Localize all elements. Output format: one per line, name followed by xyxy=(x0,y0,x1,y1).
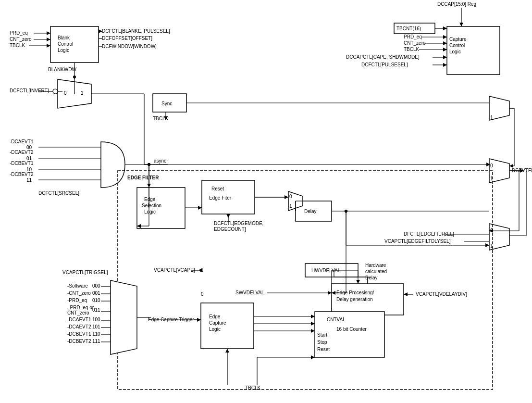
dcbevt1-label: -DCBEVT1 xyxy=(10,161,34,166)
code11: 11 xyxy=(26,177,32,183)
dcfctl-edgecount-label: EDGECOUNT] xyxy=(214,227,246,232)
svg-marker-13 xyxy=(443,63,447,67)
capture-control-label2: Control xyxy=(449,43,465,48)
cap-tbclk: TBCLK xyxy=(404,47,420,52)
counter-label: 16 bit Counter xyxy=(336,327,367,332)
dcfctl-srcsel-label: DCFCTL[SRCSEL] xyxy=(38,190,79,196)
right-mux-top-1: 1 xyxy=(490,115,493,120)
dcfctl-edgemode-label: DCFCTL[EDGEMODE, xyxy=(214,221,263,226)
svg-marker-5 xyxy=(443,35,447,39)
prdeq-cntzero-label: _PRD_eq or xyxy=(67,305,94,310)
svg-marker-76 xyxy=(356,280,360,284)
vcape-dot xyxy=(199,269,202,272)
blankwdw-label: BLANKWDW xyxy=(48,67,76,72)
edge-fiter-label1: Reset xyxy=(211,186,224,191)
edge-filter-label: EDGE FILTER xyxy=(127,175,159,180)
code001: 001 xyxy=(92,290,100,296)
mux-1-label: 1 xyxy=(81,90,84,96)
mux-0-label: 0 xyxy=(64,90,67,96)
svg-marker-106 xyxy=(285,195,288,199)
dcbevt2-trig-label: -DCBEVT2 xyxy=(67,339,91,344)
tbcnt-label: TBCNT(16) xyxy=(396,26,421,31)
svg-marker-47 xyxy=(509,164,513,168)
svg-marker-80 xyxy=(311,322,315,326)
capture-control-label: Capture xyxy=(449,37,467,42)
edge-capture-block xyxy=(201,303,254,349)
dcfctl-blanke-label: DCFCTL[BLANKE, PULSESEL] xyxy=(102,28,170,34)
svg-marker-68 xyxy=(485,243,489,247)
svg-marker-78 xyxy=(311,315,315,318)
svg-marker-72 xyxy=(328,291,332,295)
async-label: async xyxy=(154,158,166,164)
dccap-reg-label: DCCAP[15:0] Reg xyxy=(437,1,476,7)
counter-start: Start xyxy=(317,332,327,338)
dcaevt1-label: -DCAEVT1 xyxy=(10,139,34,144)
svg-marker-63 xyxy=(226,214,230,218)
counter-cntval-label: CNTVAL xyxy=(327,317,346,322)
hw-delay-label3: Delay xyxy=(365,275,378,280)
code100: 100 xyxy=(92,317,100,322)
vcapctl-trigsel-label: VCAPCTL[TRIGSEL] xyxy=(62,270,108,275)
svg-marker-82 xyxy=(311,329,315,333)
dcfctl-pulsesel-cap-label: DCFCTL[PULSESEL] xyxy=(361,62,408,67)
dcfwindow-label: DCFWINDOW[WINDOW] xyxy=(102,44,157,49)
dcaevt2-trig-label: -DCAEVT2 xyxy=(67,324,91,329)
counter-reset: Reset xyxy=(317,347,330,352)
swvdelval-label: SWVDELVAL xyxy=(235,290,264,295)
dcbevt1-trig-label: -DCBEVT1 xyxy=(67,331,91,337)
edge-sel-label2: Selection xyxy=(142,203,161,208)
dcaevt2-label: -DCAEVT2 xyxy=(10,150,34,155)
small-mux-1: 1 xyxy=(289,203,292,209)
invert-circle xyxy=(53,89,58,94)
right-mux-mid-0: 0 xyxy=(490,163,493,168)
edge-fiter-label2: Edge Fiter xyxy=(209,195,232,201)
tbclk-bottom-label: TBCLK xyxy=(245,385,261,390)
edge-proc-label2: Delay generation xyxy=(336,297,373,302)
cap-prd-eq: PRD_eq xyxy=(404,34,422,39)
small-mux-0: 0 xyxy=(289,194,292,199)
sync-label: Sync xyxy=(161,101,172,106)
edge-sel-label3: Logic xyxy=(144,209,156,214)
edge-cap-label3: Logic xyxy=(209,327,221,332)
dccapctl-label: DCCAPCTL[CAPE, SHDWMODE] xyxy=(346,54,420,60)
and-gate xyxy=(101,142,125,188)
svg-marker-19 xyxy=(47,44,50,48)
vcape-val-0: 0 xyxy=(201,291,204,297)
diagram-container: DCCAP[15:0] Reg Capture Control Logic TB… xyxy=(0,0,532,403)
cap-cnt-zero: CNT_zero xyxy=(404,40,426,46)
hw-delay-label1: Hardware xyxy=(365,263,386,268)
edge-sel-label1: Edge xyxy=(144,197,156,202)
edge-cap-label1: Edge xyxy=(209,314,221,319)
svg-marker-15 xyxy=(47,31,50,35)
cnt-zero-label: CNT_zero xyxy=(10,37,32,42)
counter-stop: Stop xyxy=(317,340,327,345)
svg-marker-9 xyxy=(443,48,447,51)
blank-control-label3: Logic xyxy=(58,48,69,53)
dcfoffset-label: DCFOFFSET[OFFSET] xyxy=(102,36,152,41)
tbclk-label: TBCLK xyxy=(10,43,25,48)
vcapctl-vdelaydiv-label: VCAPCTL[VDELAYDIV] xyxy=(416,291,467,297)
dcfctl-invert-label: DCFCTL[INVERT] xyxy=(10,88,49,93)
trig-mux xyxy=(111,280,137,354)
vcapctl-vcape-label: VCAPCTL[VCAPE] xyxy=(154,267,195,273)
cntzero-label: -CNT_zero xyxy=(67,290,91,296)
vcapctl-edgefiltdlysel-label: VCAPCTL[EDGEFILTDLYSEL] xyxy=(384,239,451,244)
code000: 000 xyxy=(92,283,100,289)
prd-eq-label: PRD_eq xyxy=(10,30,28,36)
code111: 111 xyxy=(92,339,100,344)
blank-control-label1: Blank xyxy=(58,35,70,40)
svg-marker-70 xyxy=(404,292,408,296)
svg-marker-3 xyxy=(443,26,447,30)
edge-cap-label2: Capture xyxy=(209,320,226,326)
dcbevt2-label: -DCBEVT2 xyxy=(10,172,34,177)
svg-marker-7 xyxy=(443,41,447,45)
svg-marker-104 xyxy=(225,349,229,353)
dcaevt1-trig-label: -DCAEVT1 xyxy=(67,317,91,322)
code101: 101 xyxy=(92,324,100,329)
svg-marker-11 xyxy=(443,55,447,59)
cntzero-or-label: CNT_zero xyxy=(67,310,89,315)
sw-label: -Software xyxy=(67,283,88,289)
code011: 011 xyxy=(92,307,100,313)
svg-marker-61 xyxy=(198,206,202,210)
blank-control-label2: Control xyxy=(58,41,73,47)
